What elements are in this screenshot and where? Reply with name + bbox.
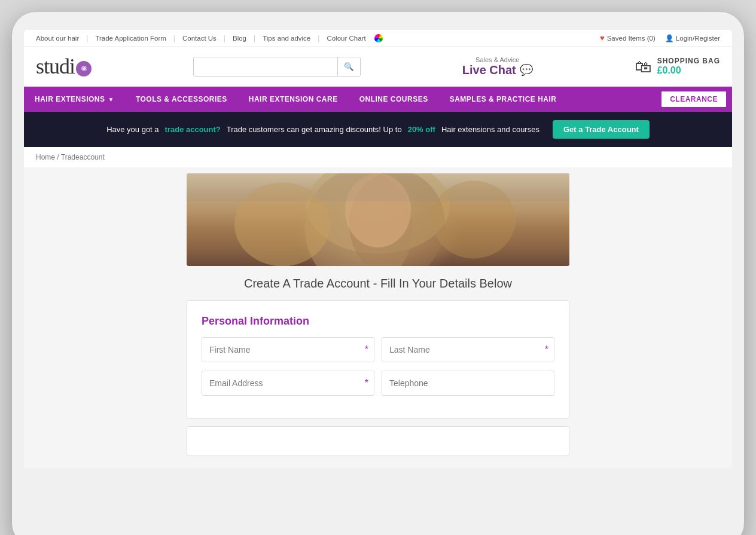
form-section-title: Personal Information	[202, 315, 554, 328]
chat-icon: 💬	[520, 63, 533, 77]
first-name-field: *	[202, 337, 374, 362]
utility-bar-links: About our hair | Trade Application Form …	[36, 34, 383, 42]
nav-item-hair-extensions[interactable]: HAIR EXTENSIONS ▼	[24, 87, 125, 112]
main-nav: HAIR EXTENSIONS ▼ TOOLS & ACCESSORIES HA…	[24, 87, 732, 112]
name-row: * *	[202, 337, 554, 362]
saved-items[interactable]: ♥ Saved Items (0)	[600, 33, 656, 42]
last-name-field: *	[382, 337, 554, 362]
nav-item-tools[interactable]: TOOLS & ACCESSORIES	[125, 87, 238, 112]
bag-label: SHOPPING BAG	[657, 57, 720, 65]
trade-application-link[interactable]: Trade Application Form	[95, 35, 166, 42]
sales-label: Sales & Advice	[462, 56, 533, 63]
logo-badge: 68	[76, 61, 92, 77]
contact-row: *	[202, 371, 554, 396]
chevron-down-icon: ▼	[108, 96, 114, 103]
heart-icon: ♥	[600, 33, 605, 42]
search-bar[interactable]: 🔍	[193, 57, 361, 77]
form-card: Personal Information * * *	[187, 300, 569, 419]
email-field: *	[202, 371, 374, 396]
login-register[interactable]: 👤 Login/Register	[665, 34, 720, 42]
site-logo[interactable]: studi68	[36, 54, 92, 79]
colour-chart-link[interactable]: Colour Chart	[327, 35, 365, 42]
browser-window: About our hair | Trade Application Form …	[24, 30, 732, 468]
telephone-field	[382, 371, 554, 396]
search-input[interactable]	[194, 57, 337, 76]
main-content: Create A Trade Account - Fill In Your De…	[24, 167, 732, 468]
required-star: *	[545, 344, 548, 355]
svg-rect-6	[187, 173, 569, 201]
live-chat[interactable]: Live Chat 💬	[462, 63, 533, 77]
required-star: *	[365, 378, 368, 389]
required-star: *	[365, 344, 368, 355]
nav-item-clearance[interactable]: CLEARANCE	[660, 90, 727, 108]
breadcrumb-current: Tradeaccount	[61, 153, 105, 161]
about-hair-link[interactable]: About our hair	[36, 35, 79, 42]
discount-text: 20% off	[408, 125, 435, 134]
hero-svg	[187, 173, 569, 266]
bag-price: £0.00	[657, 65, 720, 76]
telephone-input[interactable]	[382, 371, 554, 396]
blog-link[interactable]: Blog	[233, 35, 246, 42]
breadcrumb: Home / Tradeaccount	[24, 147, 732, 167]
contact-us-link[interactable]: Contact Us	[182, 35, 217, 42]
hero-image	[187, 173, 569, 266]
nav-item-courses[interactable]: ONLINE COURSES	[349, 87, 439, 112]
trade-account-link[interactable]: trade account?	[165, 125, 221, 134]
last-name-input[interactable]	[382, 337, 554, 362]
second-form-card	[187, 426, 569, 456]
nav-item-samples[interactable]: SAMPLES & PRACTICE HAIR	[439, 87, 568, 112]
page-title: Create A Trade Account - Fill In Your De…	[36, 277, 720, 291]
tips-advice-link[interactable]: Tips and advice	[263, 35, 310, 42]
device-frame: About our hair | Trade Application Form …	[12, 12, 744, 535]
get-trade-account-button[interactable]: Get a Trade Account	[553, 120, 650, 139]
trade-banner: Have you got a trade account? Trade cust…	[24, 112, 732, 147]
utility-bar-right: ♥ Saved Items (0) 👤 Login/Register	[600, 33, 720, 42]
first-name-input[interactable]	[202, 337, 374, 362]
bag-icon: 🛍	[635, 57, 651, 77]
breadcrumb-home[interactable]: Home	[36, 153, 55, 161]
utility-bar: About our hair | Trade Application Form …	[24, 30, 732, 47]
site-header: studi68 🔍 Sales & Advice Live Chat 💬 🛍 S…	[24, 47, 732, 87]
email-input[interactable]	[202, 371, 374, 396]
sales-advice: Sales & Advice Live Chat 💬	[462, 56, 533, 77]
shopping-bag[interactable]: 🛍 SHOPPING BAG £0.00	[635, 57, 720, 77]
user-icon: 👤	[665, 34, 673, 42]
nav-item-care[interactable]: HAIR EXTENSION CARE	[238, 87, 349, 112]
search-button[interactable]: 🔍	[337, 57, 360, 76]
colour-chart-icon	[374, 34, 383, 42]
